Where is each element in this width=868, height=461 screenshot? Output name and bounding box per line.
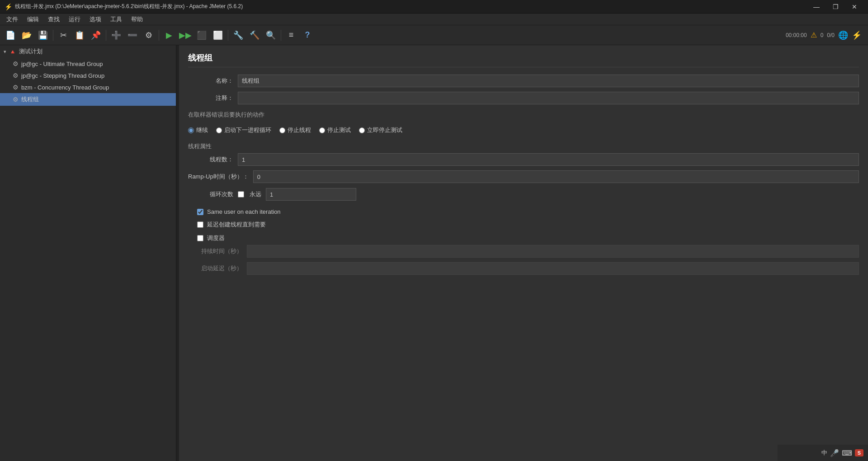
sidebar-item-label-test-plan: 测试计划 (19, 47, 42, 56)
chevron-icon: ▾ (4, 49, 6, 55)
menu-edit[interactable]: 编辑 (23, 14, 43, 25)
sidebar-item-ultimate[interactable]: ⚙ jp@gc - Ultimate Thread Group (0, 58, 176, 70)
radio-stop-test[interactable]: 停止测试 (319, 126, 351, 134)
radio-stop-test-label: 停止测试 (327, 126, 351, 134)
error-action-group: 继续 启动下一进程循环 停止线程 停止测试 立即停止测试 (188, 122, 859, 138)
loop-count-input[interactable] (266, 188, 356, 201)
help-toolbar-button[interactable]: ? (300, 28, 315, 43)
stop-now-button[interactable]: ⬜ (210, 28, 226, 43)
keyboard-icon: ⌨ (842, 449, 852, 457)
global-icon: 🌐 (838, 30, 848, 40)
status-bar: 中 🎤 ⌨ S (778, 445, 868, 461)
start-delay-input[interactable] (247, 262, 859, 275)
add-button[interactable]: ➕ (108, 28, 124, 43)
run-button[interactable]: ▶ (161, 28, 177, 43)
content-panel: 线程组 名称： 注释： 在取样器错误后要执行的动作 继续 启动下一进程循环 停止 (179, 45, 868, 461)
clear-all-button[interactable]: 🔨 (247, 28, 262, 43)
sidebar-item-label-ultimate: jp@gc - Ultimate Thread Group (21, 61, 103, 67)
gear-icon-4: ⚙ (13, 96, 19, 103)
close-button[interactable]: ✕ (845, 0, 863, 14)
thread-count-label: 线程数： (188, 155, 233, 164)
menu-file[interactable]: 文件 (2, 14, 23, 25)
radio-next-loop-input[interactable] (216, 127, 222, 133)
toolbar-status: 00:00:00 ⚠ 0 0/0 🌐 ⚡ (786, 30, 862, 40)
clear-button[interactable]: 🔧 (231, 28, 246, 43)
same-user-checkbox[interactable] (197, 209, 203, 215)
save-button[interactable]: 💾 (35, 28, 51, 43)
restore-button[interactable]: ❐ (826, 0, 844, 14)
stop-button[interactable]: ⬛ (194, 28, 209, 43)
test-plan-icon: 🔺 (9, 48, 16, 55)
mic-icon: 🎤 (830, 449, 839, 457)
thread-count-input[interactable] (238, 153, 859, 166)
name-input[interactable] (238, 75, 859, 87)
cut-button[interactable]: ✂ (56, 28, 71, 43)
loop-row: 循环次数 永远 (188, 188, 859, 201)
menu-tools[interactable]: 工具 (106, 14, 127, 25)
radio-stop-now-label: 立即停止测试 (367, 126, 402, 134)
radio-stop-thread[interactable]: 停止线程 (279, 126, 311, 134)
separator-2 (106, 30, 106, 41)
forever-checkbox[interactable] (238, 191, 244, 198)
duration-input[interactable] (247, 245, 859, 258)
radio-stop-test-input[interactable] (319, 127, 325, 133)
sidebar-item-thread-group[interactable]: ⚙ 线程组 (0, 93, 176, 106)
comment-label: 注释： (188, 94, 233, 102)
radio-continue[interactable]: 继续 (188, 126, 208, 134)
scheduler-checkbox[interactable] (197, 235, 203, 241)
menu-bar: 文件 编辑 查找 运行 选项 工具 帮助 (0, 14, 868, 25)
name-label: 名称： (188, 77, 233, 85)
radio-stop-thread-label: 停止线程 (288, 126, 311, 134)
sidebar-item-test-plan[interactable]: ▾ 🔺 测试计划 (0, 45, 176, 58)
forever-checkbox-item[interactable]: 永远 (238, 188, 261, 201)
scheduler-checkbox-item[interactable]: 调度器 (188, 231, 859, 245)
start-delay-label: 启动延迟（秒） (188, 264, 242, 273)
sogou-badge: S (855, 449, 863, 456)
new-button[interactable]: 📄 (3, 28, 18, 43)
gear-icon-3: ⚙ (13, 84, 19, 91)
radio-stop-now-input[interactable] (359, 127, 365, 133)
search-button[interactable]: 🔍 (263, 28, 278, 43)
comment-row: 注释： (188, 92, 859, 104)
comment-input[interactable] (238, 92, 859, 104)
separator-3 (159, 30, 159, 41)
minimize-button[interactable]: — (807, 0, 826, 14)
list-button[interactable]: ≡ (283, 28, 299, 43)
ramp-up-label: Ramp-Up时间（秒）： (188, 173, 249, 181)
radio-stop-thread-input[interactable] (279, 127, 285, 133)
scheduler-label: 调度器 (207, 234, 225, 242)
run-remote-button[interactable]: ▶▶ (178, 28, 193, 43)
panel-title: 线程组 (188, 52, 859, 67)
menu-find[interactable]: 查找 (43, 14, 64, 25)
gear-icon-2: ⚙ (13, 72, 19, 79)
start-delay-row: 启动延迟（秒） (188, 262, 859, 275)
delay-thread-label: 延迟创建线程直到需要 (207, 221, 266, 229)
sidebar-item-label-thread-group: 线程组 (21, 95, 39, 103)
config-button[interactable]: ⚙ (141, 28, 156, 43)
loop-label: 循环次数 (188, 190, 233, 198)
forever-label: 永远 (250, 190, 261, 198)
sidebar-item-label-concurrency: bzm - Concurrency Thread Group (21, 84, 109, 91)
ramp-up-row: Ramp-Up时间（秒）： (188, 170, 859, 183)
status-lang: 中 (821, 449, 827, 457)
menu-run[interactable]: 运行 (64, 14, 85, 25)
copy-button[interactable]: 📋 (72, 28, 87, 43)
same-user-checkbox-item[interactable]: Same user on each iteration (188, 206, 859, 218)
menu-help[interactable]: 帮助 (127, 14, 147, 25)
radio-continue-input[interactable] (188, 127, 194, 133)
window-controls: — ❐ ✕ (807, 0, 863, 14)
remove-button[interactable]: ➖ (125, 28, 140, 43)
radio-continue-label: 继续 (196, 126, 208, 134)
radio-next-loop[interactable]: 启动下一进程循环 (216, 126, 271, 134)
delay-thread-checkbox[interactable] (197, 221, 203, 228)
separator-5 (281, 30, 281, 41)
paste-button[interactable]: 📌 (88, 28, 104, 43)
open-button[interactable]: 📂 (19, 28, 34, 43)
title-text: 线程组-并发.jmx (D:\JeMeter\apache-jmeter-5.6… (15, 3, 243, 10)
radio-stop-now[interactable]: 立即停止测试 (359, 126, 402, 134)
delay-thread-checkbox-item[interactable]: 延迟创建线程直到需要 (188, 218, 859, 231)
ramp-up-input[interactable] (253, 170, 859, 183)
sidebar-item-concurrency[interactable]: ⚙ bzm - Concurrency Thread Group (0, 81, 176, 93)
sidebar-item-stepping[interactable]: ⚙ jp@gc - Stepping Thread Group (0, 70, 176, 81)
menu-options[interactable]: 选项 (85, 14, 106, 25)
